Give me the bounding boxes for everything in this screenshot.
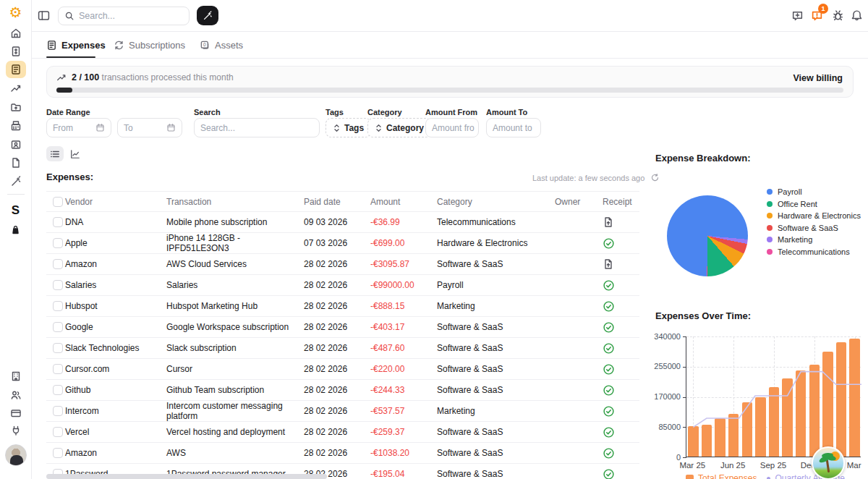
- row-checkbox[interactable]: [53, 448, 63, 458]
- feedback-button[interactable]: [791, 9, 804, 22]
- sidebar-item-documents[interactable]: [6, 98, 26, 116]
- tags-filter-button[interactable]: Tags: [326, 118, 371, 137]
- select-all-checkbox[interactable]: [53, 197, 63, 207]
- user-avatar[interactable]: [5, 444, 27, 466]
- category-filter-button[interactable]: Category: [367, 118, 431, 137]
- search-input[interactable]: [79, 11, 173, 21]
- row-checkbox[interactable]: [53, 385, 63, 395]
- row-checkbox[interactable]: [53, 238, 63, 248]
- receipt-cell[interactable]: [598, 447, 634, 459]
- sidebar-item-company[interactable]: [6, 368, 26, 385]
- sidebar-item-stripe[interactable]: S: [6, 202, 26, 219]
- table-row[interactable]: Google Google Workspace subscription 28 …: [46, 317, 639, 338]
- row-checkbox[interactable]: [53, 259, 63, 269]
- row-checkbox[interactable]: [53, 427, 63, 437]
- table-row[interactable]: Vercel Vercel hosting and deployment 28 …: [46, 422, 639, 443]
- app-logo[interactable]: ⚙: [6, 4, 26, 21]
- receipt-check-icon[interactable]: [603, 384, 615, 397]
- col-amount[interactable]: Amount: [370, 197, 437, 207]
- receipt-check-icon[interactable]: [603, 321, 615, 334]
- row-checkbox[interactable]: [53, 322, 63, 332]
- receipt-cell[interactable]: [598, 426, 634, 438]
- row-checkbox[interactable]: [53, 343, 63, 353]
- sidebar-item-reports[interactable]: [6, 154, 26, 171]
- table-row[interactable]: DNA Mobile phone subscription 09 03 2026…: [46, 212, 639, 233]
- sidebar-item-team[interactable]: [6, 386, 26, 404]
- view-billing-link[interactable]: View billing: [793, 73, 843, 83]
- chart-view-toggle[interactable]: [67, 146, 84, 161]
- table-row[interactable]: Amazon AWS 28 02 2026 -€1038.20 Software…: [46, 443, 639, 464]
- col-transaction[interactable]: Transaction: [166, 197, 304, 207]
- receipt-cell[interactable]: [598, 279, 634, 292]
- amount-to-input[interactable]: Amount to: [486, 118, 541, 137]
- receipt-cell[interactable]: [598, 363, 634, 376]
- refresh-icon[interactable]: [650, 173, 660, 182]
- sidebar-item-store[interactable]: [6, 221, 26, 238]
- tab-assets[interactable]: 0 Assets: [200, 32, 243, 58]
- row-checkbox[interactable]: [53, 217, 63, 227]
- ai-assistant-button[interactable]: [197, 6, 218, 25]
- sidebar-item-invoices[interactable]: [6, 43, 26, 60]
- row-checkbox[interactable]: [53, 280, 63, 290]
- receipt-check-icon[interactable]: [603, 405, 615, 417]
- receipt-cell[interactable]: [598, 468, 634, 479]
- sidebar-item-insights[interactable]: [6, 80, 26, 97]
- tab-subscriptions[interactable]: Subscriptions: [114, 32, 185, 58]
- receipt-check-icon[interactable]: [603, 342, 615, 355]
- receipt-upload-icon[interactable]: [603, 216, 614, 228]
- sidebar-item-ai[interactable]: [6, 173, 26, 190]
- horizontal-scrollbar[interactable]: [46, 474, 327, 479]
- receipt-cell[interactable]: [598, 300, 634, 313]
- row-checkbox[interactable]: [53, 364, 63, 374]
- date-from-input[interactable]: From: [46, 118, 111, 137]
- date-to-input[interactable]: To: [117, 118, 182, 137]
- receipt-cell[interactable]: [598, 237, 634, 250]
- table-row[interactable]: Intercom Intercom customer messaging pla…: [46, 401, 639, 422]
- table-row[interactable]: Github Github Team subscription 28 02 20…: [46, 380, 639, 401]
- tab-expenses[interactable]: Expenses: [46, 32, 106, 58]
- table-row[interactable]: Apple iPhone 14 128GB - IPFD51LE3ON3 07 …: [46, 233, 639, 254]
- row-checkbox[interactable]: [53, 301, 63, 311]
- table-search-input[interactable]: Search...: [194, 118, 320, 137]
- table-row[interactable]: Salaries Salaries 28 02 2026 -€99000.00 …: [46, 275, 639, 296]
- table-row[interactable]: Amazon AWS Cloud Services 28 02 2026 -€3…: [46, 254, 639, 275]
- list-view-toggle[interactable]: [46, 146, 64, 161]
- col-owner[interactable]: Owner: [555, 197, 598, 207]
- receipt-check-icon[interactable]: [603, 426, 615, 438]
- col-vendor[interactable]: Vendor: [65, 197, 166, 207]
- notifications-button[interactable]: [851, 9, 864, 22]
- receipt-cell[interactable]: [598, 405, 634, 417]
- sidebar-item-contacts[interactable]: [6, 136, 26, 153]
- sidebar-item-billing[interactable]: [6, 404, 26, 422]
- table-row[interactable]: Hubspot Hubspot Marketing Hub 28 02 2026…: [46, 296, 639, 317]
- col-paid-date[interactable]: Paid date: [304, 197, 370, 207]
- col-category[interactable]: Category: [437, 197, 555, 207]
- row-checkbox[interactable]: [53, 406, 63, 416]
- magic-wand-icon: [10, 176, 22, 187]
- receipt-cell[interactable]: [598, 258, 634, 270]
- receipt-check-icon[interactable]: [603, 468, 615, 479]
- table-row[interactable]: Cursor.com Cursor 28 02 2026 -€220.00 So…: [46, 359, 639, 380]
- messages-button[interactable]: 1: [811, 9, 824, 22]
- island-widget-button[interactable]: [812, 446, 845, 479]
- receipt-check-icon[interactable]: [603, 237, 615, 250]
- sidebar-item-integrations[interactable]: [6, 422, 26, 439]
- col-receipt[interactable]: Receipt: [598, 197, 634, 207]
- receipt-cell[interactable]: [598, 384, 634, 397]
- sidebar-item-home[interactable]: [6, 25, 26, 42]
- receipt-cell[interactable]: [598, 216, 634, 228]
- sidebar-item-receipts[interactable]: [6, 117, 26, 135]
- receipt-cell[interactable]: [598, 321, 634, 334]
- receipt-upload-icon[interactable]: [603, 258, 614, 270]
- bug-report-button[interactable]: [832, 9, 845, 22]
- global-search[interactable]: [58, 7, 190, 25]
- receipt-check-icon[interactable]: [603, 279, 615, 292]
- receipt-cell[interactable]: [598, 342, 634, 355]
- receipt-check-icon[interactable]: [603, 300, 615, 313]
- receipt-check-icon[interactable]: [603, 447, 615, 459]
- amount-from-input[interactable]: Amount fro: [425, 118, 479, 137]
- sidebar-item-expenses[interactable]: [6, 61, 26, 78]
- table-row[interactable]: Slack Technologies Slack subscription 28…: [46, 338, 639, 359]
- receipt-check-icon[interactable]: [603, 363, 615, 376]
- sidebar-toggle-button[interactable]: [38, 9, 50, 22]
